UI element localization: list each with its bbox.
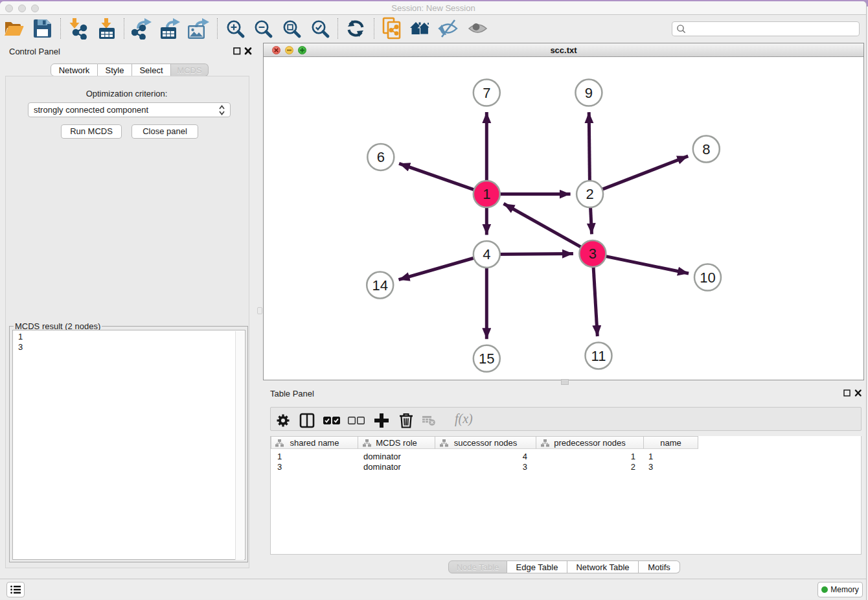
svg-text:4: 4 xyxy=(483,246,490,262)
svg-text:3: 3 xyxy=(589,246,597,262)
svg-text:15: 15 xyxy=(479,351,494,367)
svg-text:2: 2 xyxy=(586,186,593,202)
svg-text:8: 8 xyxy=(702,141,710,157)
svg-text:10: 10 xyxy=(700,270,715,286)
svg-text:11: 11 xyxy=(591,348,606,364)
svg-text:9: 9 xyxy=(585,85,593,101)
svg-text:1: 1 xyxy=(483,186,490,202)
svg-text:14: 14 xyxy=(372,277,387,294)
svg-text:7: 7 xyxy=(483,85,490,101)
svg-text:6: 6 xyxy=(377,149,385,165)
